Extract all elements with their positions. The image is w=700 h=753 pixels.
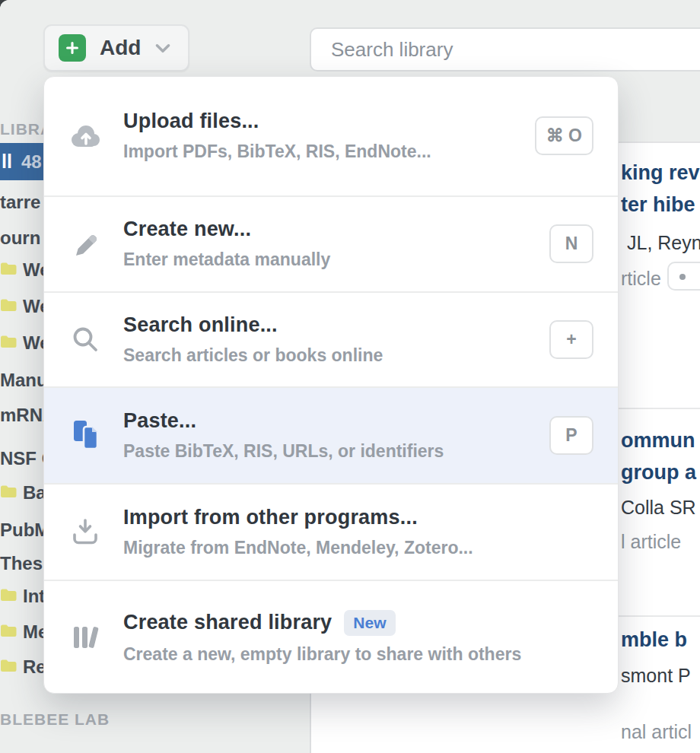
sidebar-item-journal[interactable]: ourn xyxy=(0,227,40,249)
menu-item-paste[interactable]: Paste... Paste BibTeX, RIS, URLs, or ide… xyxy=(44,388,618,485)
article-title[interactable]: mble b xyxy=(621,628,687,652)
dot-icon xyxy=(679,274,686,280)
menu-item-create-shared-library[interactable]: Create shared library New Create a new, … xyxy=(44,581,618,693)
menu-item-search-online[interactable]: Search online... Search articles or book… xyxy=(44,293,618,388)
menu-item-subtitle: Import PDFs, BibTeX, RIS, EndNote... xyxy=(123,141,431,162)
shortcut-badge: P xyxy=(549,416,593,455)
folder-icon xyxy=(0,659,17,673)
menu-item-import-programs[interactable]: Import from other programs... Migrate fr… xyxy=(44,485,618,582)
article-authors: smont P xyxy=(621,665,691,687)
shortcut-badge: + xyxy=(549,320,593,359)
add-button[interactable]: Add xyxy=(43,24,189,71)
sidebar-item-count: 48 xyxy=(21,151,42,173)
library-books-icon xyxy=(67,622,103,653)
menu-item-subtitle: Migrate from EndNote, Mendeley, Zotero..… xyxy=(123,538,473,558)
menu-item-title: Paste... xyxy=(123,409,196,433)
toolbar: Add xyxy=(0,0,700,76)
sidebar-item-label: ll xyxy=(2,151,12,173)
menu-item-title: Search online... xyxy=(123,313,278,337)
article-authors: Colla SR xyxy=(621,497,696,519)
menu-item-subtitle: Create a new, empty library to share wit… xyxy=(123,644,521,665)
folder-icon xyxy=(0,485,17,499)
menu-item-title: Upload files... xyxy=(123,110,259,133)
article-title[interactable]: group a xyxy=(621,461,696,485)
sidebar-item-manuscripts[interactable]: Manu xyxy=(0,370,48,391)
folder-icon xyxy=(0,588,17,602)
folder-icon xyxy=(0,624,17,638)
menu-item-subtitle: Search articles or books online xyxy=(123,345,383,366)
article-title[interactable]: king rev xyxy=(621,161,700,185)
app-window: LIBRA ll 48 tarre ourn We We We Manu mRN… xyxy=(0,0,700,753)
article-title[interactable]: ommun xyxy=(621,429,695,453)
folder-icon xyxy=(0,298,17,313)
search-icon xyxy=(67,325,103,355)
shortcut-badge: ⌘ O xyxy=(535,116,593,155)
paste-icon xyxy=(67,419,103,451)
menu-item-create-new[interactable]: Create new... Enter metadata manually N xyxy=(44,197,618,294)
chevron-down-icon xyxy=(153,38,173,58)
sidebar-item-thesis[interactable]: Thesi xyxy=(0,553,48,574)
add-button-label: Add xyxy=(100,36,141,60)
article-type-label: l article xyxy=(621,531,681,553)
sidebar-item-all-papers[interactable]: ll 48 xyxy=(0,143,46,180)
article-authors: JL, Reyn xyxy=(627,232,700,254)
article-title[interactable]: ter hibe xyxy=(621,193,695,217)
folder-icon xyxy=(0,335,17,349)
article-type-label: nal articl xyxy=(621,721,692,743)
search-input[interactable] xyxy=(310,27,700,71)
folder-icon xyxy=(0,262,17,276)
article-type-label: rticle xyxy=(621,268,661,290)
sidebar-item-starred[interactable]: tarre xyxy=(0,192,40,213)
new-badge: New xyxy=(344,610,395,636)
menu-item-title: Create shared library xyxy=(123,611,332,634)
download-icon xyxy=(67,517,103,548)
menu-item-subtitle: Enter metadata manually xyxy=(123,249,330,270)
menu-item-upload-files[interactable]: Upload files... Import PDFs, BibTeX, RIS… xyxy=(44,77,618,197)
sidebar-lab-header: BLEBEE LAB xyxy=(0,710,110,729)
add-dropdown-menu: Upload files... Import PDFs, BibTeX, RIS… xyxy=(43,76,619,694)
pencil-icon xyxy=(67,229,103,259)
plus-icon xyxy=(59,34,86,62)
shortcut-badge: N xyxy=(549,224,593,263)
citation-badge[interactable] xyxy=(667,262,700,291)
menu-item-title: Create new... xyxy=(123,218,251,241)
cloud-upload-icon xyxy=(67,122,103,151)
menu-item-title: Import from other programs... xyxy=(123,506,418,529)
menu-item-subtitle: Paste BibTeX, RIS, URLs, or identifiers xyxy=(123,441,444,462)
sidebar-item-pubmed[interactable]: PubM xyxy=(0,519,49,541)
